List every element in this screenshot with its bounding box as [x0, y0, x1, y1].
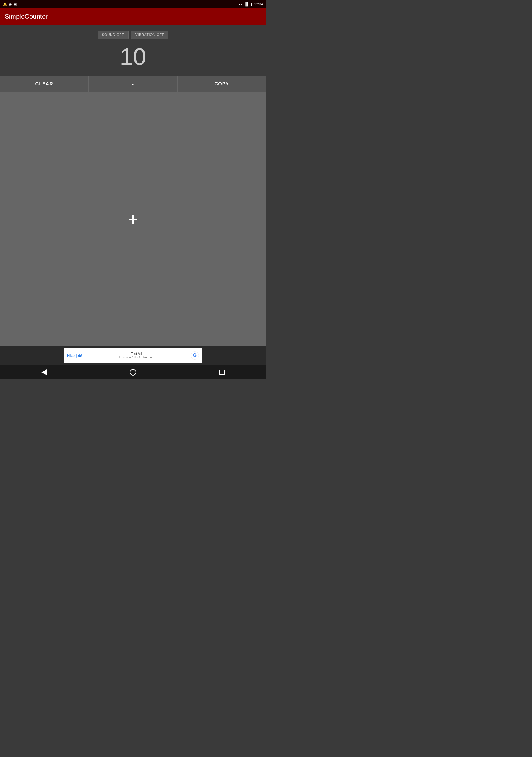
app-icon-2: ▣ — [14, 2, 16, 6]
app-icon-1: ◉ — [9, 2, 12, 6]
ad-title: Test Ad — [84, 352, 188, 355]
tap-area[interactable]: + — [0, 92, 266, 346]
status-bar: 🔔 ◉ ▣ ▾▾ ▐▌ ▮ 12:34 — [0, 0, 266, 8]
recents-icon — [219, 370, 224, 375]
clear-button[interactable]: CLEAR — [0, 76, 89, 92]
back-icon — [42, 369, 47, 375]
ad-label: Nice job! — [67, 353, 82, 358]
recents-button[interactable] — [213, 367, 230, 377]
toggle-buttons: SOUND OFF VIBRATION OFF — [98, 31, 169, 39]
counter-area: SOUND OFF VIBRATION OFF 10 — [0, 25, 266, 76]
signal-icon: ▐▌ — [244, 2, 249, 6]
status-bar-right: ▾▾ ▐▌ ▮ 12:34 — [239, 2, 263, 6]
vibration-toggle-button[interactable]: VIBRATION OFF — [131, 31, 169, 39]
ad-banner: Nice job! Test Ad This is a 468x60 test … — [0, 346, 266, 365]
ad-content[interactable]: Nice job! Test Ad This is a 468x60 test … — [64, 348, 202, 363]
copy-button[interactable]: COPY — [178, 76, 266, 92]
ad-description: This is a 468x60 test ad. — [84, 355, 188, 359]
status-bar-left: 🔔 ◉ ▣ — [3, 2, 16, 6]
notification-icon: 🔔 — [3, 2, 7, 6]
back-button[interactable] — [36, 367, 53, 378]
ad-text: Test Ad This is a 468x60 test ad. — [84, 352, 188, 359]
wifi-icon: ▾▾ — [239, 2, 242, 6]
sound-toggle-button[interactable]: SOUND OFF — [98, 31, 129, 39]
decrement-button[interactable]: - — [89, 76, 177, 92]
count-display: 10 — [120, 45, 146, 69]
home-button[interactable] — [124, 367, 142, 378]
ad-logo: G — [191, 351, 199, 360]
nav-bar — [0, 365, 266, 378]
battery-icon: ▮ — [251, 2, 252, 6]
increment-icon: + — [128, 210, 138, 228]
action-row: CLEAR - COPY — [0, 76, 266, 92]
time-display: 12:34 — [254, 2, 263, 6]
home-icon — [130, 369, 136, 376]
app-bar: SimpleCounter — [0, 8, 266, 25]
app-title: SimpleCounter — [5, 13, 48, 20]
